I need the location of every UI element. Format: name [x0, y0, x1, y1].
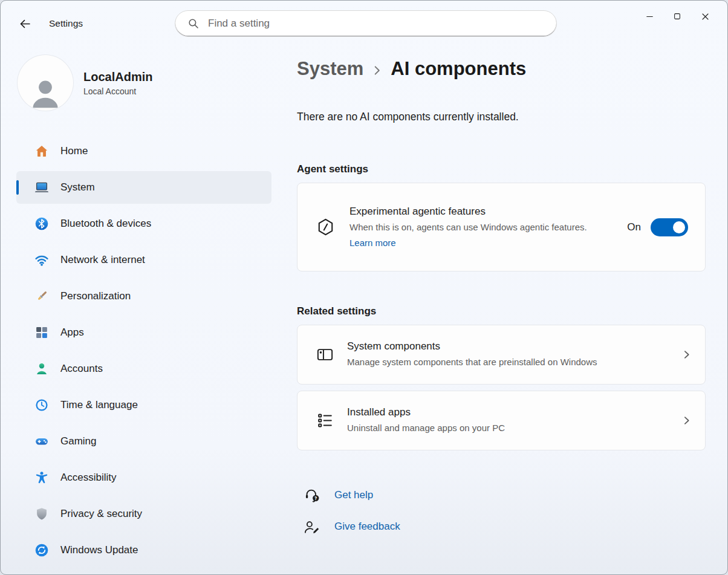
system-components-icon	[316, 345, 336, 364]
titlebar: Settings	[1, 1, 727, 47]
back-button[interactable]	[14, 13, 36, 34]
maximize-icon	[673, 12, 681, 21]
agentic-card-description: When this is on, agents can use Windows …	[349, 221, 587, 235]
settings-window: Settings	[0, 0, 728, 575]
user-name: LocalAdmin	[83, 70, 152, 85]
breadcrumb-chevron-icon	[371, 65, 383, 76]
selected-accent-bar	[16, 180, 19, 195]
sidebar-item-apps[interactable]: Apps	[16, 316, 271, 349]
sidebar-item-label: System	[60, 181, 95, 193]
agentic-features-toggle[interactable]	[651, 218, 688, 236]
breadcrumb: System AI components	[297, 54, 706, 84]
person-icon	[28, 76, 63, 111]
wifi-icon	[34, 253, 49, 267]
system-components-text: System components Manage system componen…	[347, 340, 597, 369]
avatar	[18, 55, 73, 111]
sidebar-item-label: Gaming	[60, 435, 97, 447]
sidebar-item-gaming[interactable]: Gaming	[16, 425, 271, 458]
system-components-title: System components	[347, 340, 597, 352]
user-profile[interactable]: LocalAdmin Local Account	[18, 55, 280, 111]
account-type: Local Account	[83, 86, 152, 96]
sidebar-nav: Home System Bluetooth & devices Net	[16, 135, 271, 567]
get-help-label: Get help	[334, 489, 373, 501]
give-feedback-icon	[303, 518, 321, 536]
close-icon	[701, 12, 710, 21]
maximize-button[interactable]	[663, 5, 691, 27]
minimize-button[interactable]	[635, 5, 663, 27]
sidebar-item-label: Privacy & security	[60, 508, 142, 520]
installed-apps-title: Installed apps	[347, 406, 505, 418]
sidebar-item-label: Windows Update	[60, 544, 138, 556]
sidebar-item-privacy-security[interactable]: Privacy & security	[16, 498, 271, 530]
sidebar-item-accessibility[interactable]: Accessibility	[16, 461, 271, 494]
agentic-features-card: Experimental agentic features When this …	[297, 183, 706, 271]
sidebar-item-time-language[interactable]: Time & language	[16, 389, 271, 421]
accounts-person-icon	[34, 362, 49, 376]
give-feedback-link[interactable]: Give feedback	[297, 515, 706, 539]
app-title: Settings	[49, 18, 83, 29]
help-links: ? Get help Give feedback	[297, 483, 706, 539]
empty-message: There are no AI components currently ins…	[297, 111, 706, 123]
chevron-right-icon	[681, 415, 692, 426]
paintbrush-icon	[34, 289, 49, 304]
breadcrumb-system[interactable]: System	[297, 58, 363, 80]
system-components-description: Manage system components that are preins…	[347, 356, 597, 369]
system-components-card[interactable]: System components Manage system componen…	[297, 325, 706, 385]
related-settings-heading: Related settings	[297, 305, 706, 317]
get-help-link[interactable]: ? Get help	[297, 483, 706, 507]
page-title: AI components	[391, 58, 526, 80]
gamepad-icon	[34, 434, 49, 449]
sidebar-item-label: Apps	[60, 326, 84, 339]
close-button[interactable]	[691, 5, 719, 27]
sidebar-item-label: Bluetooth & devices	[60, 218, 151, 230]
sidebar-item-label: Network & internet	[60, 254, 145, 266]
installed-apps-card[interactable]: Installed apps Uninstall and manage apps…	[297, 391, 706, 450]
search-icon	[187, 18, 200, 30]
sidebar-item-label: Time & language	[60, 399, 138, 411]
apps-grid-icon	[34, 325, 49, 340]
sidebar-item-windows-update[interactable]: Windows Update	[16, 534, 271, 567]
sidebar: LocalAdmin Local Account Home System	[1, 47, 280, 574]
main-content: System AI components There are no AI com…	[297, 54, 706, 546]
installed-apps-description: Uninstall and manage apps on your PC	[347, 421, 505, 435]
installed-apps-text: Installed apps Uninstall and manage apps…	[347, 406, 505, 435]
toggle-knob	[673, 221, 685, 233]
installed-apps-icon	[316, 411, 336, 430]
clock-icon	[34, 398, 49, 412]
chevron-right-icon	[681, 349, 692, 360]
sidebar-item-label: Accounts	[60, 363, 103, 375]
toggle-state-label: On	[627, 221, 641, 233]
sidebar-item-label: Personalization	[60, 290, 131, 302]
sidebar-item-label: Home	[60, 145, 88, 157]
sidebar-item-bluetooth-devices[interactable]: Bluetooth & devices	[16, 207, 271, 240]
agent-settings-heading: Agent settings	[297, 163, 706, 175]
agentic-card-title: Experimental agentic features	[349, 206, 587, 218]
sidebar-item-label: Accessibility	[60, 472, 117, 484]
sidebar-item-system[interactable]: System	[16, 171, 271, 204]
back-arrow-icon	[19, 18, 31, 30]
sidebar-item-network-internet[interactable]: Network & internet	[16, 244, 271, 276]
minimize-icon	[645, 12, 654, 21]
sidebar-item-home[interactable]: Home	[16, 135, 271, 167]
give-feedback-label: Give feedback	[334, 521, 400, 533]
learn-more-link[interactable]: Learn more	[349, 238, 396, 248]
search-box[interactable]	[175, 10, 557, 37]
bluetooth-icon	[34, 216, 49, 231]
home-icon	[34, 144, 49, 158]
get-help-icon: ?	[303, 487, 321, 504]
search-input[interactable]	[207, 17, 547, 30]
update-arrows-icon	[34, 543, 49, 557]
system-icon	[34, 180, 49, 195]
svg-text:?: ?	[314, 495, 317, 501]
shield-icon	[34, 507, 49, 521]
agentic-card-text: Experimental agentic features When this …	[349, 206, 587, 249]
agentic-hexagon-icon	[316, 217, 337, 237]
toggle-area: On	[627, 218, 688, 236]
sidebar-item-personalization[interactable]: Personalization	[16, 280, 271, 313]
window-controls	[635, 5, 719, 27]
accessibility-person-icon	[34, 470, 49, 485]
sidebar-item-accounts[interactable]: Accounts	[16, 352, 271, 385]
